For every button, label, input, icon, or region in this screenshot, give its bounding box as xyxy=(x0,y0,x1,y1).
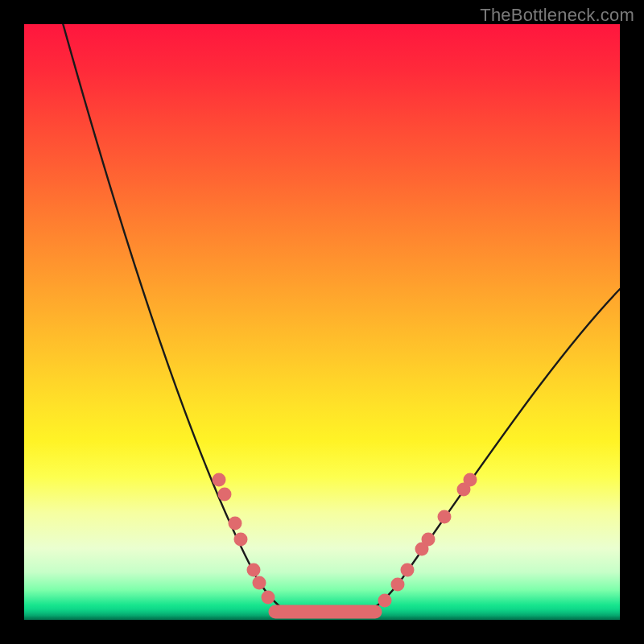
marker-left-0 xyxy=(213,473,226,487)
curve-svg xyxy=(24,24,620,620)
marker-right-4 xyxy=(422,533,436,547)
marker-left-2 xyxy=(229,517,242,530)
plot-area xyxy=(24,24,620,620)
marker-right-5 xyxy=(438,510,452,524)
marker-left-4 xyxy=(247,564,261,577)
marker-left-1 xyxy=(218,488,232,502)
marker-right-7 xyxy=(464,473,477,487)
marker-right-2 xyxy=(401,564,415,577)
marker-left-3 xyxy=(234,533,248,547)
marker-left-6 xyxy=(262,591,275,605)
watermark-text: TheBottleneck.com xyxy=(480,5,634,26)
bottleneck-curve xyxy=(56,24,620,617)
chart-stage: TheBottleneck.com xyxy=(0,0,644,644)
marker-right-1 xyxy=(391,578,405,592)
marker-left-5 xyxy=(253,576,266,590)
marker-right-0 xyxy=(378,594,392,608)
